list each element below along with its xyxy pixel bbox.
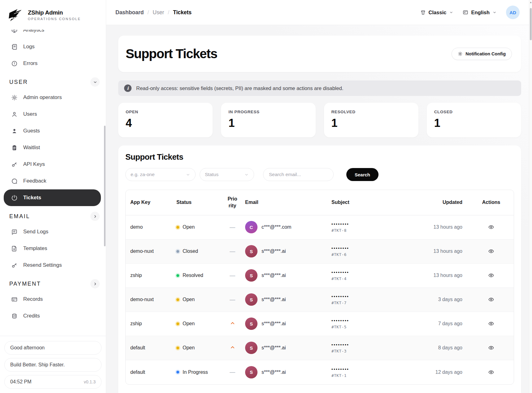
chevron-up-icon [230, 321, 235, 326]
breadcrumb-user[interactable]: User [153, 9, 164, 16]
sidebar-item-guests[interactable]: Guests [4, 123, 101, 139]
section-toggle[interactable] [90, 212, 100, 221]
status-dot [176, 274, 179, 277]
scrollbar-up-arrow[interactable]: ▲ [530, 1, 532, 4]
sidebar-item-waitlist[interactable]: Waitlist [4, 139, 101, 156]
view-ticket-button[interactable] [486, 271, 496, 280]
view-ticket-button[interactable] [486, 368, 496, 377]
sidebar-item-label: Credits [23, 313, 40, 319]
topbar-controls: Classic English AD [420, 6, 520, 19]
masked-email: s***@***.ai [262, 297, 286, 302]
eye-icon [488, 296, 494, 303]
view-ticket-button[interactable] [486, 295, 496, 304]
sidebar-item-label: Waitlist [23, 145, 40, 151]
status-label: Open [183, 224, 195, 230]
sidebar-item-records[interactable]: Records [4, 291, 101, 308]
greeting-pill: Good afternoon [4, 341, 102, 355]
sidebar-scrollbar-thumb[interactable] [104, 126, 106, 246]
section-toggle[interactable] [90, 77, 100, 87]
user-avatar[interactable]: AD [506, 6, 520, 19]
breadcrumb-dashboard[interactable]: Dashboard [115, 9, 144, 16]
masked-subject: •••••••• [331, 270, 403, 274]
language-icon [463, 10, 468, 15]
stat-card-in-progress: IN PROGRESS1 [221, 103, 315, 137]
ticket-id: #TKT-4 [331, 276, 403, 281]
cell-email: Ss***@***.ai [243, 245, 330, 257]
sidebar-item-credits[interactable]: Credits [4, 308, 101, 324]
app-key-select-placeholder: e.g. za-one [131, 172, 155, 177]
ticket-id: #TKT-3 [331, 349, 403, 353]
ticket-row: defaultIn Progress—Ss***@***.ai••••••••#… [126, 360, 514, 384]
sidebar-item-label: Feedback [23, 178, 46, 184]
window-scrollbar[interactable]: ▲ [529, 0, 532, 393]
chevron-down-icon [449, 10, 453, 15]
sidebar-section-email[interactable]: EMAIL [4, 206, 101, 223]
users-icon [11, 111, 18, 118]
priority-high-icon [230, 321, 235, 326]
masked-subject: •••••••• [331, 342, 403, 347]
ticket-id: #TKT-1 [331, 373, 403, 378]
sidebar-item-label: Templates [23, 245, 47, 252]
stat-label: RESOLVED [331, 110, 411, 114]
language-switcher[interactable]: English [463, 10, 497, 15]
sidebar-item-send-logs[interactable]: Send Logs [4, 223, 101, 240]
cell-priority: — [222, 369, 243, 375]
app-key-select[interactable]: e.g. za-one [125, 168, 196, 181]
view-ticket-button[interactable] [486, 343, 496, 352]
priority-none-dash: — [230, 248, 235, 254]
theme-switcher[interactable]: Classic [420, 10, 454, 15]
sidebar-footer: Good afternoon Build Better. Ship Faster… [0, 336, 106, 393]
sidebar-item-tickets[interactable]: Tickets [4, 189, 101, 206]
section-label: USER [9, 79, 28, 85]
sidebar-item-logs[interactable]: Logs [4, 38, 101, 55]
sidebar-item-api-keys[interactable]: API Keys [4, 156, 101, 173]
cell-app-key: zship [126, 273, 173, 278]
cell-priority [222, 321, 243, 327]
sidebar-item-templates[interactable]: Templates [4, 240, 101, 257]
cell-updated: 13 hours ago [403, 224, 469, 230]
notification-config-button[interactable]: Notification Config [452, 48, 512, 60]
view-ticket-button[interactable] [486, 319, 496, 328]
cell-actions [469, 295, 514, 304]
email-avatar: S [245, 245, 257, 257]
api-keys-icon [11, 161, 18, 168]
chevron-right-icon [93, 282, 97, 286]
version-text: v0.1.3 [84, 379, 96, 384]
email-search-input[interactable] [263, 168, 334, 181]
eye-icon [488, 248, 494, 254]
status-select[interactable]: Status [200, 168, 254, 181]
stats-row: OPEN4IN PROGRESS1RESOLVED1CLOSED1 [118, 103, 521, 137]
cell-status: Open [173, 345, 222, 351]
search-button[interactable]: Search [346, 168, 378, 181]
sidebar-section-user[interactable]: USER [4, 72, 101, 89]
notice-text: Read-only access: sensitive fields (secr… [136, 85, 343, 91]
breadcrumb: Dashboard / User / Tickets [115, 9, 192, 16]
ticket-row: demoOpen—Cc***@***.com••••••••#TKT-813 h… [126, 215, 514, 240]
cell-updated: 8 days ago [403, 345, 469, 351]
cell-app-key: default [126, 369, 173, 375]
view-ticket-button[interactable] [486, 222, 496, 232]
chevron-down-icon [93, 80, 97, 84]
sidebar-item-feedback[interactable]: Feedback [4, 173, 101, 189]
priority-none-dash: — [230, 369, 235, 375]
records-icon [11, 296, 18, 303]
scrollbar-thumb[interactable] [530, 8, 532, 40]
sidebar-item-label: Analytics [23, 30, 44, 33]
section-toggle[interactable] [90, 279, 100, 288]
sidebar-item-admin-operators[interactable]: Admin operators [4, 89, 101, 106]
brand: ZShip Admin OPERATIONS CONSOLE [0, 0, 106, 30]
cell-email: Ss***@***.ai [243, 342, 330, 354]
stat-label: OPEN [126, 110, 205, 114]
cell-subject: ••••••••#TKT-6 [330, 246, 403, 257]
sidebar-item-users[interactable]: Users [4, 106, 101, 123]
cell-priority: — [222, 224, 243, 231]
view-ticket-button[interactable] [486, 247, 496, 256]
sidebar-item-analytics[interactable]: Analytics [4, 30, 101, 38]
cell-actions [469, 343, 514, 352]
masked-subject: •••••••• [331, 246, 403, 250]
sidebar-item-resend-settings[interactable]: Resend Settings [4, 257, 101, 274]
chevron-right-icon [93, 214, 97, 219]
sidebar-section-payment[interactable]: PAYMENT [4, 274, 101, 291]
sidebar-item-errors[interactable]: Errors [4, 55, 101, 72]
cell-subject: ••••••••#TKT-5 [330, 318, 403, 329]
